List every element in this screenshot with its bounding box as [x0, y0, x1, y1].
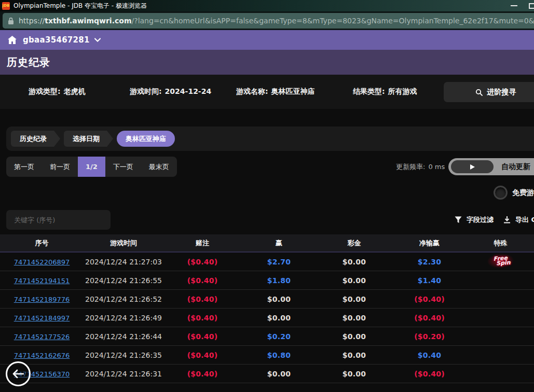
funnel-icon[interactable] — [455, 216, 462, 223]
browser-address-row: https://txthbf.awimqwri.com/?lang=cn&hom… — [0, 11, 534, 30]
free-game-radio[interactable] — [494, 186, 508, 200]
filter-value: 2024-12-24 — [165, 87, 212, 96]
game-time-cell: 2024/12/24 21:26:31 — [84, 370, 163, 378]
amount-cell: $2.30 — [392, 258, 467, 266]
filter-item[interactable]: 游戏时间:2024-12-24 — [130, 87, 236, 96]
amount-cell: ($0.40) — [163, 332, 241, 341]
minimize-icon[interactable] — [511, 5, 517, 6]
filter-label: 游戏名称: — [236, 87, 268, 96]
amount-cell: $0.00 — [317, 314, 392, 322]
lock-icon — [8, 17, 14, 25]
breadcrumb-item[interactable]: 选择日期 — [64, 131, 113, 147]
free-spin-word: Spin — [496, 260, 511, 266]
column-header: 特殊 — [467, 239, 534, 248]
breadcrumb: 历史纪录选择日期奥林匹亚神庙 — [6, 127, 534, 151]
breadcrumb-item[interactable]: 奥林匹亚神庙 — [117, 131, 175, 147]
amount-cell: $0.00 — [241, 370, 317, 378]
table-row: 74714521897762024/12/24 21:26:52($0.40)$… — [0, 290, 534, 309]
serial-link[interactable]: 7471452206897 — [14, 258, 70, 266]
filter-strip: 游戏类型:老虎机游戏时间:2024-12-24游戏名称:奥林匹亚神庙结果类型:所… — [0, 75, 534, 109]
filter-item[interactable]: 结果类型:所有游戏 — [353, 87, 417, 96]
column-header: 赢 — [241, 239, 317, 248]
table-row: 74714521626762024/12/24 21:26:35($0.40)$… — [0, 346, 534, 365]
table-header-row: 序号游戏时间赌注赢彩金净输赢特殊 — [0, 234, 534, 253]
serial-cell: 7471452162676 — [0, 350, 84, 360]
url-text: https://txthbf.awimqwri.com/?lang=cn&hom… — [19, 17, 534, 25]
table-body: 74714522068972024/12/24 21:27:03($0.40)$… — [0, 253, 534, 383]
serial-cell: 7471452184997 — [0, 313, 84, 323]
amount-cell: $0.00 — [317, 351, 392, 359]
serial-cell: 7471452189776 — [0, 294, 84, 304]
back-button[interactable] — [6, 361, 31, 386]
page-button[interactable]: 最末页 — [141, 157, 177, 177]
field-filter-button[interactable]: 字段过滤 — [467, 215, 494, 225]
table-toolbar: 字段过滤 导出 CSV — [455, 211, 534, 229]
chevron-down-icon[interactable] — [94, 38, 101, 42]
user-bar: gbaa35467281 — [0, 30, 534, 50]
arrow-left-icon — [12, 369, 24, 379]
serial-link[interactable]: 7471452162676 — [14, 352, 70, 359]
serial-link[interactable]: 7471452184997 — [14, 314, 70, 322]
main-content: 历史纪录选择日期奥林匹亚神庙 第一页前一页1/2下一页最末页 更新频率: 0 m… — [0, 109, 534, 392]
amount-cell: $0.80 — [241, 351, 317, 359]
amount-cell: $0.40 — [392, 351, 467, 359]
toggle-knob[interactable] — [451, 160, 494, 173]
column-header: 赌注 — [163, 239, 241, 248]
serial-link[interactable]: 7471452177526 — [14, 333, 70, 341]
download-icon[interactable] — [503, 216, 511, 224]
auto-update-label: 自动更新 — [501, 162, 530, 172]
refresh-rate-value: 0 ms — [428, 163, 445, 171]
page-button[interactable]: 1/2 — [78, 157, 105, 177]
window-titlebar: JDB OlympianTemple - JDB 夺宝电子 - 极速浏览器 — [0, 0, 534, 11]
filter-item[interactable]: 游戏类型:老虎机 — [29, 87, 130, 96]
page-title: 历史纪录 — [7, 55, 50, 69]
username[interactable]: gbaa35467281 — [23, 35, 90, 45]
url-query: /?lang=cn&homeUrl&isAPP=false&gameType=8… — [131, 17, 534, 25]
page-button[interactable]: 前一页 — [42, 157, 78, 177]
pagination: 第一页前一页1/2下一页最末页 — [6, 157, 177, 177]
amount-cell: ($0.40) — [163, 314, 241, 322]
amount-cell: $1.80 — [241, 276, 317, 285]
auto-update-toggle[interactable]: 自动更新 — [448, 158, 534, 175]
page-title-band: 历史纪录 — [0, 50, 534, 75]
window-title: OlympianTemple - JDB 夺宝电子 - 极速浏览器 — [13, 2, 147, 10]
serial-link[interactable]: 7471452194151 — [14, 277, 70, 285]
filter-item[interactable]: 游戏名称:奥林匹亚神庙 — [236, 87, 353, 96]
breadcrumb-item[interactable]: 历史纪录 — [11, 131, 60, 147]
page-button[interactable]: 下一页 — [105, 157, 141, 177]
address-bar[interactable]: https://txthbf.awimqwri.com/?lang=cn&hom… — [3, 13, 534, 29]
amount-cell: $0.00 — [317, 276, 392, 285]
page-button[interactable]: 第一页 — [6, 157, 42, 177]
advanced-search-button[interactable]: 进阶搜寻 — [444, 82, 534, 102]
amount-cell: $0.00 — [317, 295, 392, 303]
serial-cell: 7471452194151 — [0, 275, 84, 285]
game-time-cell: 2024/12/24 21:27:03 — [84, 258, 163, 266]
refresh-rate-label: 更新频率: — [396, 162, 425, 172]
amount-cell: $0.00 — [317, 258, 392, 266]
table-row: 74714522068972024/12/24 21:27:03($0.40)$… — [0, 253, 534, 271]
filter-value: 奥林匹亚神庙 — [271, 87, 315, 96]
amount-cell: $0.00 — [317, 370, 392, 378]
amount-cell: $0.00 — [241, 314, 317, 322]
table-row: 74714521563702024/12/24 21:26:31($0.40)$… — [0, 365, 534, 383]
filter-label: 游戏类型: — [29, 87, 61, 96]
jdb-favicon-icon: JDB — [2, 2, 10, 10]
amount-cell: ($0.40) — [392, 295, 467, 303]
amount-cell: ($0.20) — [392, 332, 467, 341]
game-time-cell: 2024/12/24 21:26:52 — [84, 295, 163, 303]
amount-cell: $0.00 — [317, 332, 392, 341]
column-header: 彩金 — [317, 239, 392, 248]
play-icon — [470, 164, 475, 170]
maximize-icon[interactable] — [529, 3, 534, 9]
keyword-search-input[interactable] — [6, 210, 111, 230]
filter-value: 所有游戏 — [388, 87, 417, 96]
game-time-cell: 2024/12/24 21:26:49 — [84, 314, 163, 322]
column-header: 序号 — [0, 239, 84, 248]
serial-cell: 7471452177526 — [0, 331, 84, 341]
amount-cell: $0.20 — [241, 332, 317, 341]
serial-cell: 7471452206897 — [0, 257, 84, 267]
export-csv-button[interactable]: 导出 CSV — [515, 215, 534, 225]
serial-link[interactable]: 7471452189776 — [14, 296, 70, 303]
home-icon[interactable] — [8, 36, 17, 44]
url-domain: txthbf.awimqwri.com — [45, 17, 131, 25]
